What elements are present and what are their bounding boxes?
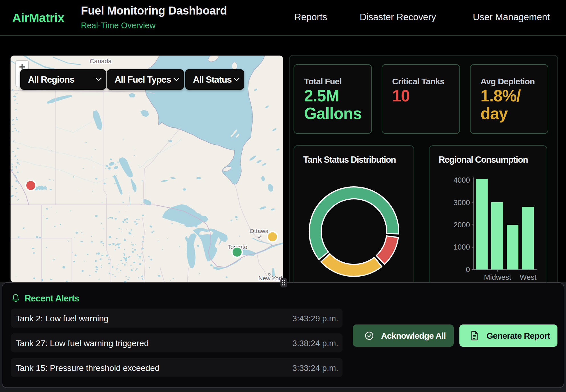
svg-text:3000: 3000	[453, 198, 470, 207]
svg-text:Canada: Canada	[89, 58, 112, 65]
svg-text:West: West	[520, 273, 537, 281]
svg-text:4000: 4000	[453, 176, 470, 184]
svg-text:2000: 2000	[453, 220, 470, 229]
svg-text:New York: New York	[258, 275, 283, 281]
svg-text:1000: 1000	[453, 243, 470, 251]
svg-text:Midwest: Midwest	[484, 273, 511, 281]
svg-text:0: 0	[466, 265, 470, 274]
svg-text:Ottawa: Ottawa	[250, 228, 269, 234]
